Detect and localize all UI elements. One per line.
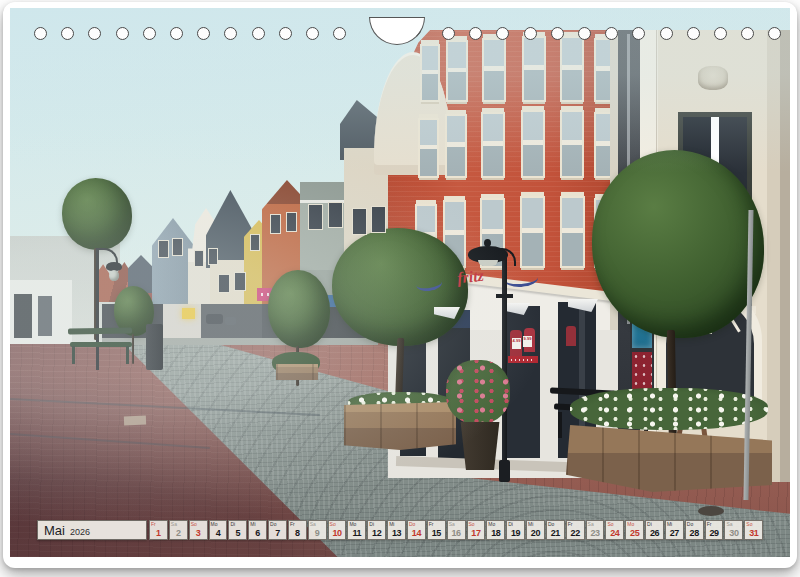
window-red-building: [445, 114, 467, 178]
binding-hole: [143, 27, 156, 40]
calendar-day-cell: Di26: [645, 520, 664, 540]
binding-hole: [660, 27, 673, 40]
window-left-row: [286, 212, 297, 232]
calendar-bar: Mai 2026 Fr1Sa2So3Mo4Di5Mi6Do7Fr8Sa9So10…: [37, 520, 763, 540]
binding-hole: [170, 27, 183, 40]
street-lamp-left-globe: [109, 270, 119, 281]
price-tag: 9.99: [523, 336, 532, 347]
calendar-day-cell: Do28: [685, 520, 704, 540]
sidewalk-strip: [102, 338, 378, 345]
price-tag: 4.99: [512, 338, 521, 349]
parked-car: [206, 314, 223, 324]
calendar-day-cell: Di19: [506, 520, 525, 540]
calendar-day-cell: Fr1: [149, 520, 168, 540]
street-photo: fritz 4.99 9.99: [10, 8, 790, 557]
window-red-building: [418, 118, 439, 178]
window-red-building: [482, 38, 506, 102]
bench-left-leg: [126, 346, 129, 364]
binding-hole: [578, 27, 591, 40]
calendar-day-cell: Sa23: [586, 520, 605, 540]
binding-hole: [306, 27, 319, 40]
calendar-product-shot: fritz 4.99 9.99: [0, 0, 800, 577]
window-red-building: [560, 36, 584, 102]
calendar-day-cell: So31: [744, 520, 763, 540]
window-left-row: [234, 272, 246, 291]
binding-hole: [687, 27, 700, 40]
binding-hole: [524, 27, 537, 40]
pavement-light-patch: [124, 416, 146, 426]
calendar-day-cell: Sa9: [308, 520, 327, 540]
window-red-building: [560, 196, 585, 268]
calendar-day-cell: Mo4: [209, 520, 228, 540]
shop-window: [14, 294, 32, 338]
white-flowers-large: [570, 388, 768, 430]
calendar-day-cell: Fr29: [705, 520, 724, 540]
calendar-day-cell: Mo25: [625, 520, 644, 540]
red-shirt: [566, 326, 576, 346]
calendar-day-cell: Do7: [268, 520, 287, 540]
calendar-day-cell: Mi6: [248, 520, 267, 540]
window-left-row: [172, 238, 183, 256]
tree-mid-left: [268, 270, 330, 348]
month-label-box: Mai 2026: [37, 520, 147, 540]
street-lamp-crossbar: [496, 294, 513, 298]
window-red-building: [481, 112, 505, 178]
window-left-row: [328, 202, 343, 228]
calendar-day-cell: Sa2: [169, 520, 188, 540]
window-left-row: [308, 204, 323, 230]
window-red-building: [522, 36, 546, 102]
planter-box-center: [344, 402, 456, 450]
calendar-day-cell: Sa30: [724, 520, 743, 540]
shop-window: [38, 296, 52, 336]
calendar-day-cell: Mi20: [526, 520, 545, 540]
calendar-day-cell: So24: [605, 520, 624, 540]
calendar-day-cell: Fr22: [566, 520, 585, 540]
calendar-day-cell: Do21: [546, 520, 565, 540]
calendar-day-cell: Di12: [367, 520, 386, 540]
window-left-row: [371, 206, 386, 233]
calendar-day-cell: Di5: [228, 520, 247, 540]
window-left-row: [270, 214, 281, 234]
fritz-sign-text: fritz: [456, 267, 484, 287]
calendar-day-cell: Do14: [407, 520, 426, 540]
planter-box-small: [276, 364, 318, 380]
year-label: 2026: [70, 527, 90, 537]
parked-car: [225, 317, 236, 325]
calendar-day-cell: Mi27: [665, 520, 684, 540]
window-red-building: [420, 44, 440, 102]
calendar-day-cell: So17: [467, 520, 486, 540]
window-left-row: [208, 248, 218, 265]
bench-left-seat: [70, 342, 132, 347]
tree-trunk: [132, 334, 134, 364]
calendar-day-cell: Sa16: [447, 520, 466, 540]
binding-hole: [442, 27, 455, 40]
litter-bin: [146, 324, 163, 370]
calendar-day-cell: Mi13: [387, 520, 406, 540]
window-red-building: [520, 196, 545, 268]
window-red-building: [521, 110, 545, 178]
binding-hole: [34, 27, 47, 40]
pink-flowers: [446, 360, 510, 424]
window-left-row: [250, 234, 260, 251]
bench-left-leg: [72, 346, 75, 364]
manhole-cover: [698, 506, 724, 516]
street-lamp-center-glass: [478, 260, 498, 266]
calendar-day-cell: Fr15: [427, 520, 446, 540]
calendar-day-cell: Fr8: [288, 520, 307, 540]
window-left-row: [194, 250, 204, 267]
binding-hole: [551, 27, 564, 40]
window-red-building: [560, 110, 584, 178]
facade-crest: [698, 66, 728, 90]
calendar-day-cell: Mo18: [486, 520, 505, 540]
binding-hole: [279, 27, 292, 40]
shop-sign-yellow: [182, 308, 195, 319]
street-lamp-center-base: [499, 460, 510, 482]
window-left-row: [352, 208, 367, 235]
bench-right-leg: [558, 412, 562, 438]
binding-hole: [116, 27, 129, 40]
calendar-day-cell: So10: [328, 520, 347, 540]
calendar-days: Fr1Sa2So3Mo4Di5Mi6Do7Fr8Sa9So10Mo11Di12M…: [149, 520, 763, 540]
tree-right-large: [592, 150, 764, 338]
binding-hole: [252, 27, 265, 40]
window-left-row: [158, 240, 169, 258]
